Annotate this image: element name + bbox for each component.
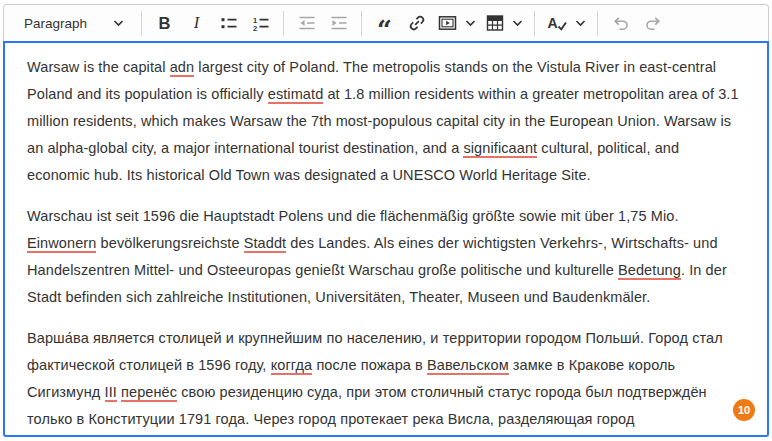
bulleted-list-icon	[219, 13, 239, 33]
media-embed-button[interactable]	[433, 9, 480, 37]
undo-icon	[611, 13, 631, 33]
numbered-list-button[interactable]: 12	[245, 9, 276, 37]
outdent-button[interactable]	[291, 9, 322, 37]
heading-dropdown[interactable]: Paragraph	[12, 9, 134, 37]
link-icon	[407, 13, 427, 33]
indent-button[interactable]	[323, 9, 354, 37]
paragraph: Warsaw is the capital adn largest city o…	[27, 54, 745, 189]
text-run: bevölkerungsreichste	[96, 235, 243, 251]
bulleted-list-button[interactable]	[213, 9, 244, 37]
misspelled-word[interactable]: estimatd	[268, 86, 324, 104]
spell-check-button[interactable]: A	[542, 9, 590, 37]
media-embed-icon	[437, 13, 458, 33]
spellcheck-issues-badge[interactable]: 10	[733, 399, 755, 421]
chevron-down-icon	[113, 19, 124, 27]
toolbar-separator	[361, 11, 362, 36]
chevron-down-icon	[575, 19, 586, 27]
block-quote-button[interactable]: “	[369, 9, 400, 37]
misspelled-word[interactable]: коггда	[271, 357, 313, 375]
rich-text-editor: ParagraphBI12“A Warsaw is the capital ad…	[3, 4, 769, 437]
heading-dropdown-label: Paragraph	[24, 16, 87, 31]
quote-icon: “	[377, 19, 392, 27]
svg-text:A: A	[548, 15, 558, 31]
chevron-down-icon	[512, 19, 523, 27]
misspelled-word[interactable]: Bedetung	[618, 262, 681, 280]
redo-button[interactable]	[637, 9, 668, 37]
paragraph: Варша́ва является столицей и крупнейшим …	[27, 325, 745, 437]
chevron-down-icon	[465, 19, 476, 27]
toolbar-separator	[141, 11, 142, 36]
undo-button[interactable]	[605, 9, 636, 37]
italic-icon: I	[194, 13, 200, 33]
numbered-list-icon: 12	[251, 13, 271, 33]
link-button[interactable]	[401, 9, 432, 37]
outdent-icon	[297, 13, 317, 33]
bold-button[interactable]: B	[149, 9, 180, 37]
toolbar-separator	[597, 11, 598, 36]
insert-table-button[interactable]	[481, 9, 527, 37]
paragraph: Warschau ist seit 1596 die Hauptstadt Po…	[27, 203, 745, 311]
text-run: Warschau ist seit 1596 die Hauptstadt Po…	[27, 208, 679, 224]
indent-icon	[329, 13, 349, 33]
redo-icon	[643, 13, 663, 33]
text-run: Warsaw is the capital	[27, 59, 170, 75]
text-run: после пожара в	[312, 357, 427, 373]
misspelled-word[interactable]: adn	[170, 59, 195, 77]
bold-icon: B	[159, 14, 171, 33]
toolbar-separator	[283, 11, 284, 36]
misspelled-word[interactable]: significaant	[463, 140, 537, 158]
editor-toolbar: ParagraphBI12“A	[3, 4, 769, 41]
table-icon	[485, 13, 505, 33]
misspelled-word[interactable]: перенёс	[121, 384, 177, 402]
misspelled-word[interactable]: Вавельском	[427, 357, 509, 375]
misspelled-word[interactable]: Staddt	[244, 235, 287, 253]
spell-check-icon: A	[546, 13, 568, 33]
misspelled-word[interactable]: III	[105, 384, 117, 402]
italic-button[interactable]: I	[181, 9, 212, 37]
toolbar-separator	[534, 11, 535, 36]
editor-content-area[interactable]: Warsaw is the capital adn largest city o…	[3, 41, 769, 437]
misspelled-word[interactable]: Einwonern	[27, 235, 96, 253]
svg-text:2: 2	[253, 24, 257, 33]
